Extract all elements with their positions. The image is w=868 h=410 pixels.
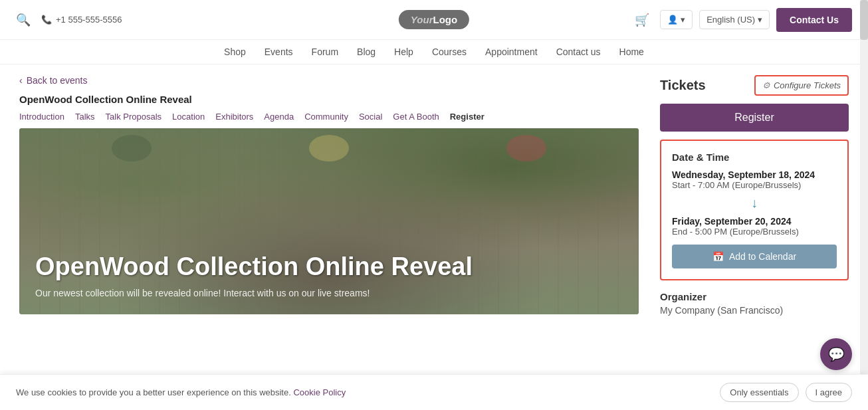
- chevron-down-icon: ▾: [681, 15, 685, 25]
- calendar-icon: 📅: [712, 251, 724, 262]
- organizer-name: My Company (San Francisco): [660, 305, 849, 316]
- configure-tickets-label: Configure Tickets: [774, 80, 841, 90]
- add-to-calendar-button[interactable]: 📅 Add to Calendar: [672, 245, 837, 268]
- cart-button[interactable]: 🛒: [631, 9, 653, 31]
- nav-help[interactable]: Help: [394, 47, 413, 57]
- subnav-talk-proposals[interactable]: Talk Proposals: [106, 112, 162, 122]
- top-bar: 🔍 📞 +1 555-555-5556 YourLogo 🛒 👤 ▾ Engli…: [0, 0, 868, 40]
- bowl-3: [506, 135, 546, 161]
- event-title: OpenWood Collection Online Reveal: [19, 94, 639, 105]
- configure-tickets-button[interactable]: ⚙ Configure Tickets: [754, 75, 849, 96]
- start-time: Start - 7:00 AM (Europe/Brussels): [672, 180, 837, 190]
- lang-label: English (US): [706, 15, 755, 25]
- scrollbar-thumb[interactable]: [860, 0, 868, 40]
- phone-wrap: 📞 +1 555-555-5556: [41, 15, 122, 25]
- phone-number: +1 555-555-5556: [56, 15, 122, 25]
- hero-image-inner: OpenWood Collection Online Reveal Our ne…: [19, 128, 639, 314]
- hero-image: OpenWood Collection Online Reveal Our ne…: [19, 128, 639, 314]
- arrow-down-icon: ↓: [672, 195, 837, 211]
- end-time: End - 5:00 PM (Europe/Brussels): [672, 227, 837, 237]
- contact-button[interactable]: Contact Us: [776, 8, 852, 32]
- nav-courses[interactable]: Courses: [432, 47, 467, 57]
- phone-icon: 📞: [41, 15, 52, 25]
- register-button[interactable]: Register: [660, 104, 849, 132]
- logo-brand: Logo: [433, 14, 457, 25]
- nav-home[interactable]: Home: [619, 47, 644, 57]
- start-date: Wednesday, September 18, 2024: [672, 169, 837, 180]
- subnav-introduction[interactable]: Introduction: [19, 112, 64, 122]
- search-icon[interactable]: 🔍: [16, 13, 31, 27]
- main-nav: Shop Events Forum Blog Help Courses Appo…: [0, 40, 868, 64]
- lang-chevron-icon: ▾: [758, 15, 762, 25]
- nav-events[interactable]: Events: [265, 47, 293, 57]
- nav-contact-us[interactable]: Contact us: [556, 47, 601, 57]
- nav-shop[interactable]: Shop: [224, 47, 246, 57]
- user-button[interactable]: 👤 ▾: [660, 10, 693, 29]
- subnav-exhibitors[interactable]: Exhibitors: [215, 112, 253, 122]
- subnav-talks[interactable]: Talks: [75, 112, 95, 122]
- nav-blog[interactable]: Blog: [357, 47, 376, 57]
- gear-icon: ⚙: [762, 80, 770, 90]
- language-button[interactable]: English (US) ▾: [699, 10, 770, 29]
- logo[interactable]: YourLogo: [399, 10, 469, 29]
- hero-subtitle: Our newest collection will be revealed o…: [35, 288, 623, 298]
- back-to-events-link[interactable]: ‹ Back to events: [19, 75, 639, 86]
- subnav-location[interactable]: Location: [172, 112, 205, 122]
- top-bar-right: 🛒 👤 ▾ English (US) ▾ Contact Us: [631, 8, 852, 32]
- bowl-decoration: [19, 135, 639, 161]
- subnav-social[interactable]: Social: [359, 112, 382, 122]
- date-time-box: Date & Time Wednesday, September 18, 202…: [660, 140, 849, 280]
- subnav-agenda[interactable]: Agenda: [264, 112, 294, 122]
- nav-forum[interactable]: Forum: [312, 47, 338, 57]
- hero-title: OpenWood Collection Online Reveal: [35, 252, 623, 282]
- main-content: ‹ Back to events OpenWood Collection Onl…: [19, 64, 649, 316]
- top-bar-left: 🔍 📞 +1 555-555-5556: [16, 13, 122, 27]
- subnav-get-a-booth[interactable]: Get A Booth: [393, 112, 439, 122]
- back-to-events-label: Back to events: [27, 75, 88, 86]
- nav-appointment[interactable]: Appointment: [485, 47, 538, 57]
- user-icon: 👤: [667, 15, 678, 25]
- tickets-header: Tickets ⚙ Configure Tickets: [660, 75, 849, 96]
- bowl-2: [309, 135, 349, 161]
- date-time-label: Date & Time: [672, 152, 837, 163]
- content-wrap: ‹ Back to events OpenWood Collection Onl…: [9, 64, 859, 316]
- subnav-register[interactable]: Register: [450, 112, 485, 122]
- add-calendar-label: Add to Calendar: [729, 251, 796, 262]
- back-arrow-icon: ‹: [19, 75, 23, 86]
- scrollbar-track[interactable]: [860, 0, 868, 316]
- organizer-label: Organizer: [660, 291, 849, 302]
- sidebar: Tickets ⚙ Configure Tickets Register Dat…: [649, 64, 849, 316]
- end-date: Friday, September 20, 2024: [672, 216, 837, 227]
- subnav-community[interactable]: Community: [304, 112, 348, 122]
- bowl-1: [112, 135, 152, 161]
- logo-text: Your: [411, 14, 433, 25]
- tickets-title: Tickets: [660, 78, 706, 93]
- sub-nav: Introduction Talks Talk Proposals Locati…: [19, 112, 639, 122]
